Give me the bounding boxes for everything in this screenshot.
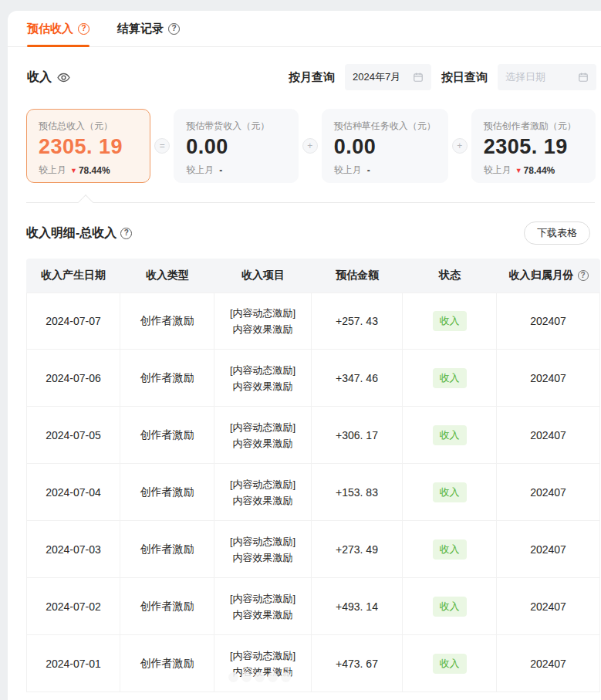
col-header-month: 收入归属月份 <box>497 259 600 293</box>
cell-project: [内容动态激励]内容效果激励 <box>214 350 312 407</box>
income-panel: 预估收入 结算记录 收入 按月查询 <box>8 11 601 700</box>
cell-project: [内容动态激励]内容效果激励 <box>214 578 312 635</box>
cell-month: 202407 <box>497 350 600 407</box>
page: 预估收入 结算记录 收入 按月查询 <box>0 0 601 700</box>
cell-status: 收入 <box>403 578 497 635</box>
cell-project: [内容动态激励]内容效果激励 <box>214 293 312 350</box>
day-picker[interactable]: 选择日期 <box>498 64 596 90</box>
stat-card-compare: 较上月 ▼ 78.44% <box>484 164 583 177</box>
col-header-status: 状态 <box>403 259 497 293</box>
cell-date: 2024-07-06 <box>26 350 120 407</box>
cell-date: 2024-07-02 <box>26 578 120 635</box>
calendar-icon <box>413 72 424 83</box>
income-title: 收入 <box>27 69 70 86</box>
cell-amount: +153. 83 <box>312 464 403 521</box>
stat-card-sales-income[interactable]: 预估带货收入（元） 0.00 较上月 - <box>174 109 298 183</box>
tab-bar: 预估收入 结算记录 <box>8 11 601 47</box>
cell-status: 收入 <box>403 293 497 350</box>
cell-month: 202407 <box>497 521 600 578</box>
income-title-text: 收入 <box>27 69 52 86</box>
cell-date: 2024-07-01 <box>26 635 120 692</box>
cell-project: [内容动态激励]内容效果激励 <box>214 521 312 578</box>
status-badge: 收入 <box>433 482 467 502</box>
stat-card-seeding-task-income[interactable]: 预估种草任务收入（元） 0.00 较上月 - <box>322 109 448 183</box>
status-badge: 收入 <box>433 368 467 388</box>
cell-status: 收入 <box>403 407 497 464</box>
cell-month: 202407 <box>497 293 600 350</box>
cell-amount: +473. 67 <box>312 635 403 692</box>
cell-project: [内容动态激励]内容效果激励 <box>214 635 312 692</box>
calendar-icon <box>578 72 589 83</box>
help-icon[interactable] <box>578 270 589 281</box>
cell-type: 创作者激励 <box>120 578 214 635</box>
status-badge: 收入 <box>433 539 467 560</box>
stat-card-value: 2305. 19 <box>484 135 583 159</box>
col-header-amount: 预估金额 <box>312 259 403 293</box>
compare-label: 较上月 <box>39 164 66 177</box>
month-picker[interactable]: 2024年7月 <box>345 64 431 90</box>
cell-date: 2024-07-04 <box>26 464 120 521</box>
month-picker-value: 2024年7月 <box>353 70 413 84</box>
stat-card-compare: 较上月 - <box>186 164 285 177</box>
stat-card-total-income[interactable]: 预估总收入（元） 2305. 19 较上月 ▼ 78.44% <box>26 109 150 183</box>
help-icon[interactable] <box>120 228 132 239</box>
cell-type: 创作者激励 <box>120 464 214 521</box>
detail-header-row: 收入明细-总收入 下载表格 <box>26 221 590 245</box>
cell-month: 202407 <box>497 407 600 464</box>
cell-amount: +257. 43 <box>312 293 403 350</box>
tab-estimated-income[interactable]: 预估收入 <box>27 11 89 46</box>
trend-down-icon: ▼ <box>70 167 77 174</box>
eye-icon[interactable] <box>57 71 70 84</box>
compare-label: 较上月 <box>334 164 362 177</box>
stat-card-label: 预估总收入（元） <box>39 120 138 133</box>
table-row: 2024-07-03 创作者激励 [内容动态激励]内容效果激励 +273. 49… <box>26 521 600 578</box>
cell-type: 创作者激励 <box>120 407 214 464</box>
table-row: 2024-07-04 创作者激励 [内容动态激励]内容效果激励 +153. 83… <box>26 464 600 521</box>
cell-project: [内容动态激励]内容效果激励 <box>214 464 312 521</box>
compare-label: 较上月 <box>186 164 214 177</box>
plus-icon: + <box>452 138 468 154</box>
income-header-row: 收入 按月查询 2024年7月 <box>27 64 596 90</box>
download-table-button[interactable]: 下载表格 <box>524 221 590 245</box>
section-divider <box>26 202 595 203</box>
stat-card-compare: 较上月 ▼ 78.44% <box>39 164 138 177</box>
selected-card-caret <box>78 194 93 210</box>
cell-month: 202407 <box>497 578 600 635</box>
stat-cards-row: 预估总收入（元） 2305. 19 较上月 ▼ 78.44% = 预估带货收入（… <box>26 109 596 183</box>
tab-label: 预估收入 <box>27 22 73 36</box>
table-row: 2024-07-07 创作者激励 [内容动态激励]内容效果激励 +257. 43… <box>26 293 600 350</box>
compare-value: 78.44% <box>524 165 555 176</box>
status-badge: 收入 <box>433 425 467 445</box>
detail-title-text: 收入明细-总收入 <box>26 225 116 242</box>
month-query-label: 按月查询 <box>289 70 335 85</box>
cell-status: 收入 <box>403 350 497 407</box>
status-badge: 收入 <box>433 654 467 674</box>
tab-settlement-records[interactable]: 结算记录 <box>117 11 180 46</box>
stat-card-value: 0.00 <box>334 135 436 159</box>
help-icon[interactable] <box>78 23 89 35</box>
compare-value: - <box>219 165 222 176</box>
table-row: 2024-07-01 创作者激励 [内容动态激励]内容效果激励 +473. 67… <box>26 635 600 692</box>
cell-amount: +273. 49 <box>312 521 403 578</box>
cell-date: 2024-07-05 <box>26 407 120 464</box>
cell-date: 2024-07-07 <box>26 293 120 350</box>
cell-amount: +347. 46 <box>312 350 403 407</box>
cell-type: 创作者激励 <box>120 635 214 692</box>
table-header-row: 收入产生日期 收入类型 收入项目 预估金额 状态 收入归属月份 <box>26 259 600 293</box>
cell-date: 2024-07-03 <box>26 521 120 578</box>
connector-plus: + <box>448 138 471 154</box>
cell-amount: +493. 14 <box>312 578 403 635</box>
cell-project: [内容动态激励]内容效果激励 <box>214 407 312 464</box>
help-icon[interactable] <box>168 23 180 35</box>
connector-plus: + <box>299 138 322 154</box>
stat-card-value: 2305. 19 <box>39 135 138 159</box>
cell-type: 创作者激励 <box>120 350 214 407</box>
cell-month: 202407 <box>497 464 600 521</box>
cell-status: 收入 <box>403 521 497 578</box>
income-detail-table: 收入产生日期 收入类型 收入项目 预估金额 状态 收入归属月份 2024-07-… <box>26 259 600 692</box>
stat-card-label: 预估种草任务收入（元） <box>334 120 436 133</box>
status-badge: 收入 <box>433 311 467 331</box>
date-filters: 按月查询 2024年7月 按日查询 选择日期 <box>289 64 596 90</box>
detail-title: 收入明细-总收入 <box>26 225 132 242</box>
stat-card-creator-incentive[interactable]: 预估创作者激励（元） 2305. 19 较上月 ▼ 78.44% <box>471 109 596 183</box>
